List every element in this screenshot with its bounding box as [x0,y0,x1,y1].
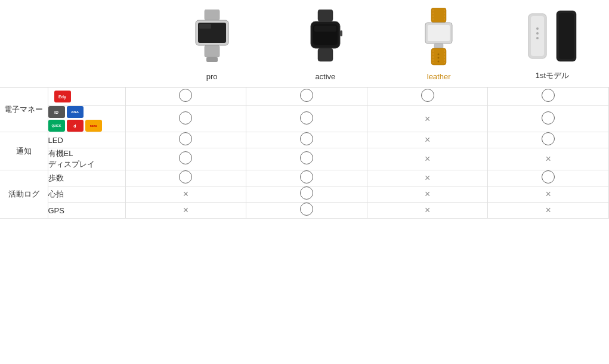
value-led-pro [125,132,246,148]
value-led-first [488,132,609,148]
value-hr-leather: × [367,186,488,203]
feature-steps: 歩数 [48,170,125,186]
svg-rect-10 [340,30,342,36]
page: pro active [0,0,609,364]
feature-led: LED [48,132,125,148]
circle-icon [542,89,555,102]
circle-icon [421,89,434,102]
circle-icon [300,151,313,164]
value-edy-first [488,88,609,106]
product-name-active: active [315,72,335,81]
svg-rect-6 [318,10,333,21]
value-multi-pro [125,106,246,132]
value-steps-first [488,170,609,186]
svg-point-22 [438,57,440,59]
svg-rect-18 [431,48,446,65]
value-oled-active [246,148,367,170]
svg-point-21 [438,54,440,55]
circle-icon [542,132,555,145]
table-row: iD ANA QUICK d nana × [0,106,609,132]
comparison-table-wrapper: 電子マネー Edy iD ANA [0,88,609,219]
svg-rect-17 [434,43,443,48]
value-steps-active [246,170,367,186]
category-katsudo-log: 活動ログ [0,170,48,219]
dpoint-logo: d [67,120,84,132]
svg-rect-3 [205,45,220,57]
svg-rect-30 [559,13,574,59]
product-col-pro: pro [155,8,268,81]
circle-icon [300,186,313,200]
svg-point-27 [536,32,539,35]
value-multi-first [488,106,609,132]
circle-icon [542,111,555,125]
cross-icon: × [425,205,430,215]
table-row: 活動ログ 歩数 × [0,170,609,186]
product-col-first: 1stモデル [496,6,609,81]
circle-icon [300,203,313,216]
cross-icon: × [425,173,430,183]
svg-rect-9 [318,48,333,61]
svg-point-26 [536,27,539,30]
svg-rect-12 [431,8,446,23]
value-gps-pro: × [125,203,246,219]
cross-icon: × [546,205,551,215]
cross-icon: × [546,154,551,164]
value-steps-pro [125,170,246,186]
id-logo: iD [48,106,65,118]
value-led-active [246,132,367,148]
table-row: 通知 LED × [0,132,609,148]
value-multi-leather: × [367,106,488,132]
cross-icon: × [425,154,430,164]
value-edy-active [246,88,367,106]
value-oled-first: × [488,148,609,170]
product-name-leather: leather [427,72,451,81]
value-gps-active [246,203,367,219]
edy-logo: Edy [54,91,71,102]
value-led-leather: × [367,132,488,148]
circle-icon [300,170,313,183]
feature-gps: GPS [48,203,125,219]
circle-icon [179,132,192,145]
cross-icon: × [425,189,430,199]
value-gps-leather: × [367,203,488,219]
ana-logo: ANA [67,106,84,118]
table-row: 心拍 × × × [0,186,609,203]
svg-rect-0 [205,10,220,20]
value-hr-active [246,186,367,203]
product-header: pro active [0,0,609,88]
product-name-first: 1stモデル [536,70,569,81]
value-hr-first: × [488,186,609,203]
svg-rect-5 [199,24,211,29]
value-steps-leather: × [367,170,488,186]
quicpay-logo: QUICK [48,120,65,132]
comparison-table: 電子マネー Edy iD ANA [0,88,609,219]
feature-oled: 有機ELディスプレイ [48,148,125,170]
value-oled-pro [125,148,246,170]
feature-multi-payment: iD ANA QUICK d nana [48,106,125,132]
svg-point-28 [536,37,539,39]
circle-icon [179,170,192,183]
circle-icon [300,111,313,125]
circle-icon [179,89,192,102]
table-row: GPS × × × [0,203,609,219]
feature-heartrate: 心拍 [48,186,125,203]
circle-icon [300,132,313,145]
svg-rect-16 [428,25,450,41]
value-multi-active [246,106,367,132]
circle-icon [542,170,555,183]
value-edy-pro [125,88,246,106]
product-image-leather [422,8,455,67]
cross-icon: × [183,189,188,199]
product-col-active: active [268,8,382,81]
value-gps-first: × [488,203,609,219]
value-oled-leather: × [367,148,488,170]
svg-point-23 [438,61,440,63]
product-image-active [306,8,345,67]
cross-icon: × [183,205,188,215]
product-image-first [525,6,579,66]
value-hr-pro: × [125,186,246,203]
cross-icon: × [546,189,551,199]
circle-icon [300,89,313,102]
svg-rect-4 [206,57,218,62]
product-image-pro [190,8,234,67]
